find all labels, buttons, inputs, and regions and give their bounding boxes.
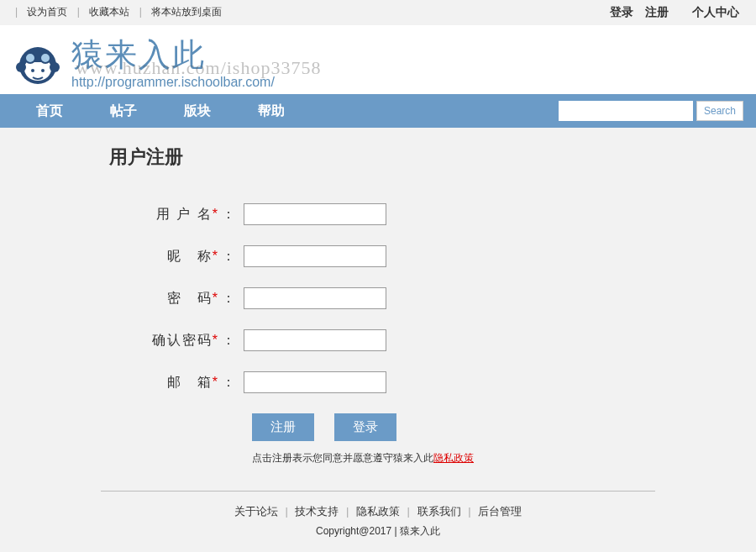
row-email: 邮 箱*： — [0, 371, 756, 393]
monkey-logo-icon — [13, 37, 63, 87]
svg-point-7 — [16, 62, 26, 72]
copyright: Copyright@2017 | 猿来入此 — [0, 524, 756, 539]
nav-boards[interactable]: 版块 — [160, 94, 234, 128]
svg-point-4 — [40, 53, 50, 63]
main-nav: 首页 帖子 版块 帮助 Search — [0, 94, 756, 128]
label-email: 邮 箱*： — [0, 374, 244, 392]
input-confirm-password[interactable] — [244, 329, 386, 351]
search-input[interactable] — [559, 101, 693, 121]
input-password[interactable] — [244, 287, 386, 309]
login-button[interactable]: 登录 — [334, 413, 396, 441]
nav-posts[interactable]: 帖子 — [87, 94, 160, 128]
footer-links: 关于论坛 | 技术支持 | 隐私政策 | 联系我们 | 后台管理 — [0, 504, 756, 519]
row-confirm: 确认密码*： — [0, 329, 756, 351]
top-bar-right: 登录 注册 个人中心 — [606, 5, 743, 20]
label-nickname: 昵 称*： — [0, 248, 244, 265]
register-button[interactable]: 注册 — [252, 413, 314, 441]
top-bar: | 设为首页 | 收藏本站 | 将本站放到桌面 登录 注册 个人中心 — [0, 0, 756, 25]
page-title: 用户注册 — [109, 145, 756, 170]
label-username: 用 户 名*： — [0, 206, 244, 223]
svg-point-8 — [50, 62, 60, 72]
link-set-home[interactable]: 设为首页 — [27, 6, 67, 18]
svg-point-5 — [31, 69, 34, 72]
link-register[interactable]: 注册 — [645, 5, 669, 18]
footer-about[interactable]: 关于论坛 — [234, 505, 278, 518]
link-login[interactable]: 登录 — [610, 5, 633, 18]
nav-home[interactable]: 首页 — [13, 94, 87, 128]
header: 猿来入此 http://programmer.ischoolbar.com/ w… — [0, 25, 756, 94]
link-favorite[interactable]: 收藏本站 — [89, 6, 129, 18]
footer-tech[interactable]: 技术支持 — [295, 505, 339, 518]
nav-help[interactable]: 帮助 — [234, 94, 308, 128]
label-confirm: 确认密码*： — [0, 332, 244, 350]
row-password: 密 码*： — [0, 287, 756, 309]
button-row: 注册 登录 — [252, 413, 756, 441]
footer-privacy[interactable]: 隐私政策 — [356, 505, 400, 518]
link-user-center[interactable]: 个人中心 — [692, 5, 739, 18]
label-password: 密 码*： — [0, 290, 244, 308]
svg-point-3 — [25, 53, 35, 63]
main-content: 用户注册 用 户 名*： 昵 称*： 密 码*： 确认密码*： 邮 箱*： 注册… — [0, 128, 756, 491]
row-nickname: 昵 称*： — [0, 245, 756, 267]
svg-point-6 — [41, 69, 45, 72]
input-email[interactable] — [244, 371, 386, 393]
footer-contact[interactable]: 联系我们 — [417, 505, 461, 518]
footer-admin[interactable]: 后台管理 — [478, 505, 522, 518]
input-username[interactable] — [244, 203, 386, 225]
top-bar-left: | 设为首页 | 收藏本站 | 将本站放到桌面 — [13, 5, 226, 20]
agree-note: 点击注册表示您同意并愿意遵守猿来入此隐私政策 — [252, 451, 756, 465]
row-username: 用 户 名*： — [0, 203, 756, 225]
agree-text: 点击注册表示您同意并愿意遵守猿来入此 — [252, 452, 433, 464]
privacy-policy-link[interactable]: 隐私政策 — [433, 452, 474, 464]
footer: 关于论坛 | 技术支持 | 隐私政策 | 联系我们 | 后台管理 Copyrig… — [0, 492, 756, 552]
link-desktop[interactable]: 将本站放到桌面 — [151, 6, 222, 18]
input-nickname[interactable] — [244, 245, 386, 267]
watermark: www.huzhan.com/ishop33758 — [76, 57, 321, 79]
search-button[interactable]: Search — [696, 101, 743, 121]
